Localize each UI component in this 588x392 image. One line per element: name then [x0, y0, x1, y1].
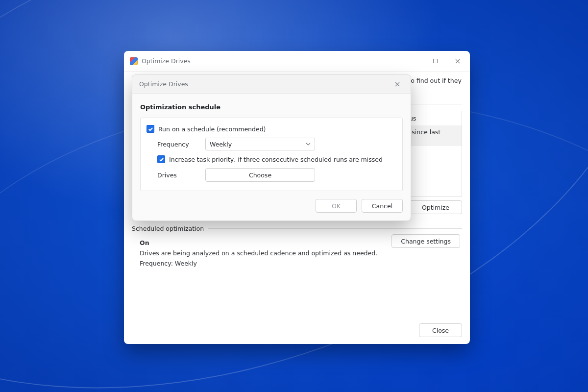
- schedule-freq: Frequency: Weekly: [140, 260, 460, 267]
- app-icon: [130, 57, 138, 65]
- close-button[interactable]: [446, 51, 469, 72]
- choose-drives-button[interactable]: Choose: [205, 168, 315, 182]
- drives-label: Drives: [147, 172, 205, 179]
- schedule-settings-dialog: Optimize Drives Optimization schedule Ru…: [132, 74, 411, 221]
- run-on-schedule-label: Run on a schedule (recommended): [158, 125, 266, 133]
- close-icon: [395, 82, 400, 87]
- run-on-schedule-checkbox[interactable]: [147, 125, 154, 133]
- optimize-button[interactable]: Optimize: [409, 200, 462, 214]
- window-title: Optimize Drives: [142, 57, 191, 65]
- increase-priority-label: Increase task priority, if three consecu…: [169, 156, 383, 163]
- increase-priority-checkbox[interactable]: [157, 155, 165, 163]
- schedule-desc: Drives are being analyzed on a scheduled…: [140, 249, 460, 257]
- close-window-button[interactable]: Close: [419, 323, 462, 337]
- maximize-button[interactable]: [424, 51, 446, 72]
- titlebar[interactable]: Optimize Drives: [124, 51, 470, 72]
- chevron-down-icon: [306, 141, 311, 148]
- minimize-button[interactable]: [401, 51, 424, 72]
- change-settings-button[interactable]: Change settings: [392, 234, 460, 248]
- dialog-titlebar[interactable]: Optimize Drives: [132, 75, 411, 94]
- frequency-value: Weekly: [210, 141, 232, 148]
- dialog-heading: Optimization schedule: [140, 103, 403, 111]
- close-icon: [455, 59, 460, 64]
- frequency-select[interactable]: Weekly: [205, 138, 315, 150]
- dialog-close-button[interactable]: [386, 75, 409, 94]
- dialog-title: Optimize Drives: [139, 80, 188, 88]
- ok-button[interactable]: OK: [316, 199, 357, 213]
- check-icon: [148, 126, 153, 132]
- cancel-button[interactable]: Cancel: [362, 199, 403, 213]
- scheduled-block: Change settings On Drives are being anal…: [132, 232, 462, 267]
- scheduled-section-title: Scheduled optimization: [132, 225, 462, 232]
- check-icon: [159, 157, 164, 162]
- frequency-label: Frequency: [147, 141, 205, 148]
- schedule-group: Run on a schedule (recommended) Frequenc…: [140, 118, 403, 191]
